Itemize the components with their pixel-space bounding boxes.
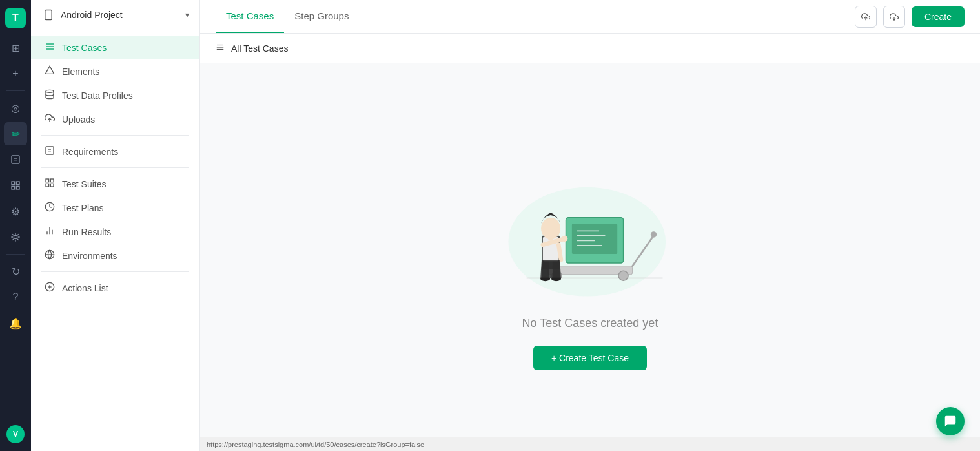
sidebar-item-label: Test Data Profiles [62, 90, 133, 101]
sidebar-item-label: Test Suites [62, 179, 106, 189]
tab-step-groups[interactable]: Step Groups [284, 0, 359, 33]
test-suites-icon [44, 178, 56, 190]
svg-rect-19 [46, 179, 49, 182]
svg-point-41 [618, 271, 628, 280]
sidebar-item-run-results[interactable]: Run Results [31, 220, 199, 244]
sidebar-item-actions-list[interactable]: Actions List [31, 276, 199, 300]
sidebar-item-test-plans[interactable]: Test Plans [31, 196, 199, 220]
upload-button[interactable] [855, 6, 877, 28]
requirements-icon [44, 145, 56, 158]
nav-divider-1 [6, 90, 25, 91]
status-url: https://prestaging.testsigma.com/ui/td/5… [207, 441, 424, 448]
empty-state: No Test Cases created yet + Create Test … [200, 63, 980, 437]
content-area: All Test Cases [200, 34, 980, 437]
sync-icon[interactable]: ↻ [4, 260, 27, 283]
svg-point-14 [46, 90, 54, 92]
svg-rect-5 [12, 186, 15, 189]
clipboard-icon[interactable] [4, 148, 27, 171]
run-results-icon [44, 226, 56, 238]
sidebar-divider-3 [41, 271, 189, 272]
icon-navigation: T ⊞ + ◎ ✏ ⚙ ↻ ? 🔔 V [0, 0, 31, 451]
svg-rect-60 [548, 235, 553, 240]
svg-line-58 [558, 244, 561, 259]
sidebar-item-label: Actions List [62, 283, 108, 293]
sidebar: Android Project ▾ Test Cases Elements Te… [31, 0, 200, 451]
sidebar-item-label: Test Cases [62, 43, 107, 53]
sidebar-header: Android Project ▾ [31, 0, 199, 30]
app-logo[interactable]: T [5, 8, 26, 28]
svg-rect-21 [46, 184, 49, 187]
bell-icon[interactable]: 🔔 [4, 311, 27, 335]
empty-illustration [493, 131, 687, 299]
sidebar-divider-1 [41, 135, 189, 136]
uploads-icon [44, 113, 56, 125]
svg-point-43 [651, 231, 657, 237]
help-icon[interactable]: ? [4, 286, 27, 309]
svg-rect-22 [50, 184, 54, 187]
elements-icon [44, 65, 56, 78]
sidebar-divider-2 [41, 167, 189, 168]
mobile-icon [41, 8, 56, 22]
sidebar-item-label: Run Results [62, 227, 111, 237]
pen-icon[interactable]: ✏ [4, 122, 27, 145]
environments-icon [44, 249, 56, 262]
bug-icon[interactable] [4, 226, 27, 249]
svg-rect-45 [572, 224, 617, 254]
topbar-tabs: Test Cases Step Groups [216, 0, 359, 33]
svg-point-57 [562, 235, 567, 241]
chevron-down-icon[interactable]: ▾ [185, 10, 189, 19]
statusbar: https://prestaging.testsigma.com/ui/td/5… [200, 437, 980, 451]
sidebar-item-elements[interactable]: Elements [31, 59, 199, 83]
user-avatar[interactable]: V [6, 425, 25, 443]
sidebar-item-uploads[interactable]: Uploads [31, 107, 199, 131]
svg-rect-3 [12, 182, 15, 185]
sidebar-item-test-suites[interactable]: Test Suites [31, 172, 199, 196]
sidebar-nav: Test Cases Elements Test Data Profiles U… [31, 30, 199, 451]
all-test-cases-label: All Test Cases [231, 43, 288, 54]
settings-icon[interactable]: ⚙ [4, 200, 27, 223]
chat-bubble[interactable] [936, 407, 965, 435]
svg-rect-4 [16, 182, 19, 185]
menu-icon [216, 43, 225, 54]
svg-point-7 [14, 235, 17, 238]
svg-rect-20 [50, 179, 54, 182]
download-button[interactable] [883, 6, 905, 28]
main-content: Test Cases Step Groups Create All Test C… [200, 0, 980, 451]
topbar: Test Cases Step Groups Create [200, 0, 980, 34]
topbar-actions: Create [855, 6, 965, 28]
add-nav-icon[interactable]: + [4, 62, 27, 85]
actions-list-icon [44, 282, 56, 294]
project-selector[interactable]: Android Project [41, 8, 123, 22]
content-header: All Test Cases [200, 34, 980, 63]
test-plans-icon [44, 202, 56, 214]
dashboard-icon[interactable]: ◎ [4, 96, 27, 120]
sidebar-item-test-data-profiles[interactable]: Test Data Profiles [31, 83, 199, 107]
project-name: Android Project [61, 10, 123, 20]
svg-rect-6 [16, 186, 19, 189]
empty-message: No Test Cases created yet [522, 317, 658, 330]
create-test-case-button[interactable]: + Create Test Case [533, 346, 647, 370]
sidebar-item-label: Elements [62, 67, 99, 77]
sidebar-item-test-cases[interactable]: Test Cases [31, 36, 199, 59]
nav-divider-2 [6, 254, 25, 255]
chart-icon[interactable] [4, 174, 27, 197]
sidebar-item-label: Environments [62, 251, 117, 261]
data-profiles-icon [44, 89, 56, 101]
test-cases-icon [44, 41, 56, 54]
sidebar-item-environments[interactable]: Environments [31, 244, 199, 267]
sidebar-item-label: Test Plans [62, 203, 104, 213]
svg-marker-13 [45, 66, 54, 74]
create-button[interactable]: Create [912, 6, 965, 27]
sidebar-item-label: Uploads [62, 114, 95, 125]
sidebar-item-requirements[interactable]: Requirements [31, 140, 199, 163]
home-icon[interactable]: ⊞ [4, 36, 27, 59]
tab-test-cases[interactable]: Test Cases [216, 0, 284, 33]
sidebar-item-label: Requirements [62, 147, 118, 157]
